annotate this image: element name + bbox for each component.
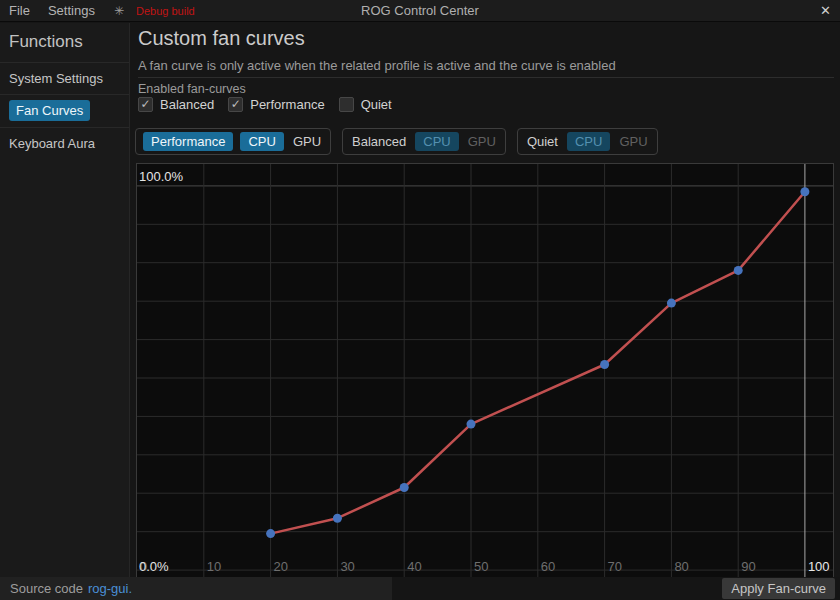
tab-group-balanced: Balanced CPU GPU (342, 128, 506, 155)
x-tick-label: 80 (674, 559, 688, 574)
debug-build-label: Debug build (136, 5, 195, 17)
sidebar-item-fan-curves-label: Fan Curves (9, 100, 90, 121)
x-tick-label: 20 (274, 559, 288, 574)
menu-settings[interactable]: Settings (39, 3, 104, 18)
profile-tab-row: Performance CPU GPU Balanced CPU GPU Qui… (135, 128, 658, 155)
curve-point[interactable] (467, 420, 476, 429)
curve-point[interactable] (600, 360, 609, 369)
x-tick-label: 70 (608, 559, 622, 574)
sidebar-item-keyboard-aura[interactable]: Keyboard Aura (0, 127, 129, 159)
apply-fan-curve-button[interactable]: Apply Fan-curve (722, 578, 835, 599)
fan-curve-chart-svg[interactable]: 0102030405060708090100100.0%0.0% (137, 164, 833, 577)
tab-balanced-cpu[interactable]: CPU (415, 132, 458, 151)
source-code-link[interactable]: rog-gui. (88, 581, 132, 596)
curve-point[interactable] (400, 483, 409, 492)
checkbox-quiet-box[interactable] (339, 97, 354, 112)
sidebar-item-fan-curves[interactable]: Fan Curves (0, 94, 129, 127)
x-tick-label: 90 (741, 559, 755, 574)
checkbox-quiet[interactable]: Quiet (339, 97, 392, 112)
enabled-fan-curves-label: Enabled fan-curves (138, 82, 246, 96)
divider (138, 77, 834, 78)
curve-point[interactable] (333, 514, 342, 523)
x-tick-label: 40 (407, 559, 421, 574)
tab-group-performance: Performance CPU GPU (135, 128, 331, 155)
checkbox-balanced-box[interactable]: ✓ (138, 97, 153, 112)
menu-file[interactable]: File (0, 3, 39, 18)
close-icon[interactable]: ✕ (820, 0, 831, 22)
titlebar: File Settings ✳ Debug build ROG Control … (0, 0, 840, 22)
checkbox-performance-box[interactable]: ✓ (228, 97, 243, 112)
enabled-checkbox-row: ✓ Balanced ✓ Performance Quiet (138, 97, 392, 112)
footer-source: Source code rog-gui. (0, 577, 392, 600)
curve-point[interactable] (266, 529, 275, 538)
checkbox-quiet-label: Quiet (361, 97, 392, 112)
x-tick-label: 60 (541, 559, 555, 574)
y-axis-top-label: 100.0% (139, 169, 184, 184)
sidebar-header: Functions (0, 23, 129, 62)
sidebar-item-system-settings[interactable]: System Settings (0, 62, 129, 94)
page-subtitle: A fan curve is only active when the rela… (138, 58, 616, 73)
curve-point[interactable] (800, 187, 809, 196)
checkbox-balanced[interactable]: ✓ Balanced (138, 97, 214, 112)
x-tick-label: 100 (808, 559, 830, 574)
tab-group-quiet: Quiet CPU GPU (517, 128, 658, 155)
source-code-label: Source code (10, 581, 83, 596)
page-title: Custom fan curves (138, 27, 305, 50)
checkbox-performance[interactable]: ✓ Performance (228, 97, 324, 112)
y-axis-bottom-label: 0.0% (139, 559, 169, 574)
fan-curve-chart[interactable]: 0102030405060708090100100.0%0.0% (136, 163, 834, 578)
tab-quiet-cpu[interactable]: CPU (567, 132, 610, 151)
checkbox-performance-label: Performance (250, 97, 324, 112)
checkbox-balanced-label: Balanced (160, 97, 214, 112)
x-tick-label: 30 (340, 559, 354, 574)
sidebar: Functions System Settings Fan Curves Key… (0, 23, 130, 577)
tab-performance-cpu[interactable]: CPU (240, 132, 283, 151)
footer: Source code rog-gui. Apply Fan-curve (0, 577, 840, 600)
tab-quiet[interactable]: Quiet (525, 134, 560, 149)
x-tick-label: 50 (474, 559, 488, 574)
sun-icon: ✳ (114, 4, 124, 18)
tab-balanced[interactable]: Balanced (350, 134, 408, 149)
window-title: ROG Control Center (0, 3, 840, 18)
tab-balanced-gpu[interactable]: GPU (466, 134, 498, 149)
curve-point[interactable] (667, 299, 676, 308)
curve-point[interactable] (734, 266, 743, 275)
tab-quiet-gpu[interactable]: GPU (617, 134, 649, 149)
tab-performance[interactable]: Performance (143, 132, 233, 151)
tab-performance-gpu[interactable]: GPU (291, 134, 323, 149)
x-tick-label: 10 (207, 559, 221, 574)
